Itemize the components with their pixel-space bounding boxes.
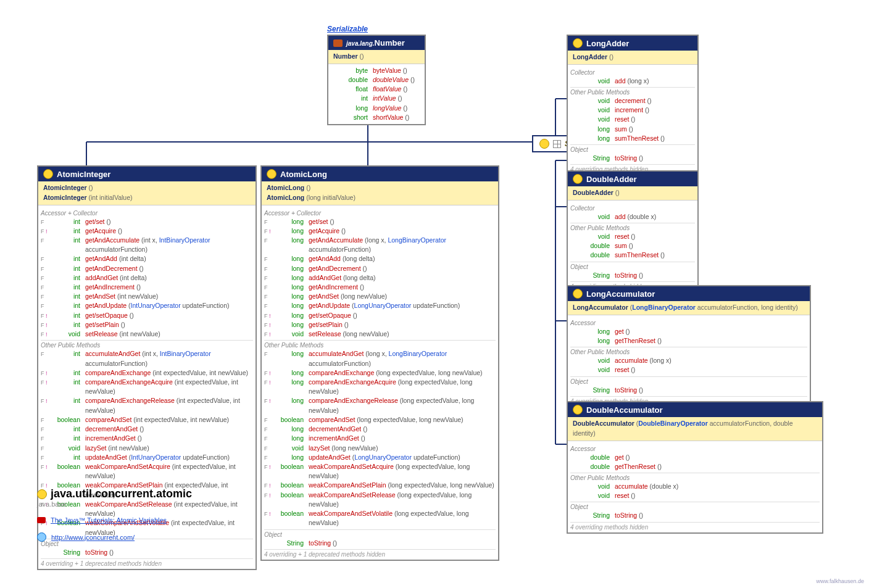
method-row: F !booleanweakCompareAndSetAcquire (int …: [41, 462, 253, 481]
method-row: FintupdateAndGet (IntUnaryOperator updat…: [41, 453, 253, 462]
method-row: F !voidsetRelease (long newValue): [264, 329, 496, 339]
method-row: FlongaccumulateAndGet (long x, LongBinar…: [264, 349, 496, 368]
method-row: F !intcompareAndExchange (int expectedVa…: [41, 368, 253, 378]
method-row: FintgetAndAdd (int delta): [41, 254, 253, 263]
method-row: FintgetAndUpdate (IntUnaryOperator updat…: [41, 301, 253, 310]
method-row: F !intcompareAndExchangeRelease (int exp…: [41, 396, 253, 415]
method-row: FintgetAndDecrement (): [41, 264, 253, 273]
method-row: FlonggetAndSet (long newValue): [264, 292, 496, 301]
class-icon: [539, 139, 549, 149]
globe-icon: [37, 532, 46, 542]
method-row: FintgetAndAccumulate (int x, IntBinaryOp…: [41, 236, 253, 254]
method-row: F !intget/setOpaque (): [41, 311, 253, 320]
method-row: doublesumThenReset (): [570, 251, 695, 260]
method-row: intintValue (): [331, 94, 422, 103]
method-row: F !longcompareAndExchangeAcquire (long e…: [264, 378, 496, 396]
class-number: java.lang.Number Number () bytebyteValue…: [327, 35, 426, 125]
method-row: bytebyteValue (): [331, 66, 422, 75]
method-row: voidreset (): [570, 115, 695, 124]
method-row: Flongget/set (): [264, 217, 496, 226]
method-row: doublesum (): [570, 241, 695, 251]
method-row: F !longget/setOpaque (): [264, 311, 496, 320]
method-row: voidadd (double x): [570, 212, 695, 222]
method-row: FlonggetAndAdd (long delta): [264, 254, 496, 263]
method-row: F !intcompareAndExchangeAcquire (int exp…: [41, 378, 253, 396]
method-row: FvoidlazySet (long newValue): [264, 444, 496, 453]
class-icon: [573, 38, 583, 48]
method-row: FlonggetAndUpdate (LongUnaryOperator upd…: [264, 301, 496, 310]
method-row: FintdecrementAndGet (): [41, 424, 253, 434]
method-row: FlonggetAndDecrement (): [264, 264, 496, 273]
method-row: F !intgetAcquire (): [41, 226, 253, 236]
class-icon: [573, 289, 583, 299]
class-icon: [267, 169, 276, 179]
method-row: FbooleancompareAndSet (int expectedValue…: [41, 415, 253, 424]
method-row: F !intget/setPlain (): [41, 320, 253, 329]
method-row: FintincrementAndGet (): [41, 434, 253, 443]
method-row: voidincrement (): [570, 106, 695, 115]
method-row: longgetThenReset (): [570, 336, 807, 346]
method-row: FbooleancompareAndSet (long expectedValu…: [264, 415, 496, 424]
class-double-accumulator: DoubleAccumulator DoubleAccumulator (Dou…: [567, 401, 823, 534]
method-row: voidreset (): [570, 232, 695, 241]
method-row: voidaccumulate (double x): [570, 482, 820, 491]
class-icon: [573, 405, 583, 415]
java-icon: [333, 39, 343, 47]
method-row: FlongincrementAndGet (): [264, 434, 496, 443]
method-row: voidreset (): [570, 365, 807, 375]
method-row: shortshortValue (): [331, 113, 422, 122]
method-row: longget (): [570, 327, 807, 336]
method-row: FlongaddAndGet (long delta): [264, 273, 496, 283]
method-row: F !voidsetRelease (int newValue): [41, 329, 253, 339]
method-row: doublegetThenReset (): [570, 462, 820, 471]
method-row: F !booleanweakCompareAndSetRelease (long…: [264, 491, 496, 509]
method-row: F !longget/setPlain (): [264, 320, 496, 329]
tutorial-link[interactable]: The Java™ Tutorials: Atomic Variables: [37, 516, 192, 524]
method-row: F !booleanweakCompareAndSetAcquire (long…: [264, 462, 496, 481]
package-label: java.util.concurrent.atomic java.base Th…: [37, 487, 192, 542]
method-row: FlongdecrementAndGet (): [264, 424, 496, 434]
method-row: F !longcompareAndExchange (long expected…: [264, 368, 496, 378]
method-row: StringtoString (): [570, 154, 695, 163]
method-row: FintgetAndIncrement (): [41, 283, 253, 292]
class-atomic-long: AtomicLong AtomicLong ()AtomicLong (long…: [260, 165, 499, 561]
method-row: F !booleanweakCompareAndSetPlain (long e…: [264, 481, 496, 490]
method-row: longsum (): [570, 125, 695, 134]
method-row: voidaccumulate (long x): [570, 356, 807, 365]
method-row: F !longcompareAndExchangeRelease (long e…: [264, 396, 496, 415]
method-row: FlongupdateAndGet (LongUnaryOperator upd…: [264, 453, 496, 462]
method-row: FintaccumulateAndGet (int x, IntBinaryOp…: [41, 349, 253, 368]
method-row: StringtoString (): [570, 386, 807, 395]
class-long-adder: LongAdder LongAdder () Collectorvoidadd …: [567, 35, 699, 176]
class-long-accumulator: LongAccumulator LongAccumulator (LongBin…: [567, 285, 811, 408]
class-icon: [43, 169, 53, 179]
method-row: voidadd (long x): [570, 77, 695, 86]
method-row: F !booleanweakCompareAndSetVolatile (lon…: [264, 509, 496, 528]
class-icon: [573, 174, 583, 184]
method-row: FintaddAndGet (int delta): [41, 273, 253, 283]
method-row: StringtoString (): [570, 271, 695, 280]
method-row: StringtoString (): [264, 539, 496, 548]
package-private-icon: [553, 140, 561, 148]
jconcurrent-link[interactable]: http://www.jconcurrent.com/: [37, 532, 192, 542]
watermark: www.falkhausen.de: [816, 578, 864, 584]
method-row: voiddecrement (): [570, 96, 695, 106]
package-icon: [37, 489, 47, 499]
method-row: F !longgetAcquire (): [264, 226, 496, 236]
method-row: FintgetAndSet (int newValue): [41, 292, 253, 301]
method-row: StringtoString (): [41, 548, 253, 557]
class-double-adder: DoubleAdder DoubleAdder () Collectorvoid…: [567, 170, 699, 293]
method-row: FlonggetAndAccumulate (long x, LongBinar…: [264, 236, 496, 254]
method-row: StringtoString (): [570, 511, 820, 520]
method-row: FlonggetAndIncrement (): [264, 283, 496, 292]
method-row: floatfloatValue (): [331, 85, 422, 94]
method-row: longsumThenReset (): [570, 134, 695, 143]
oracle-icon: [37, 517, 46, 523]
serializable-link[interactable]: Serializable: [327, 25, 368, 33]
method-row: longlongValue (): [331, 104, 422, 113]
method-row: voidreset (): [570, 491, 820, 500]
method-row: FvoidlazySet (int newValue): [41, 444, 253, 453]
method-row: doubleget (): [570, 453, 820, 462]
method-row: Fintget/set (): [41, 217, 253, 226]
method-row: doubledoubleValue (): [331, 75, 422, 85]
